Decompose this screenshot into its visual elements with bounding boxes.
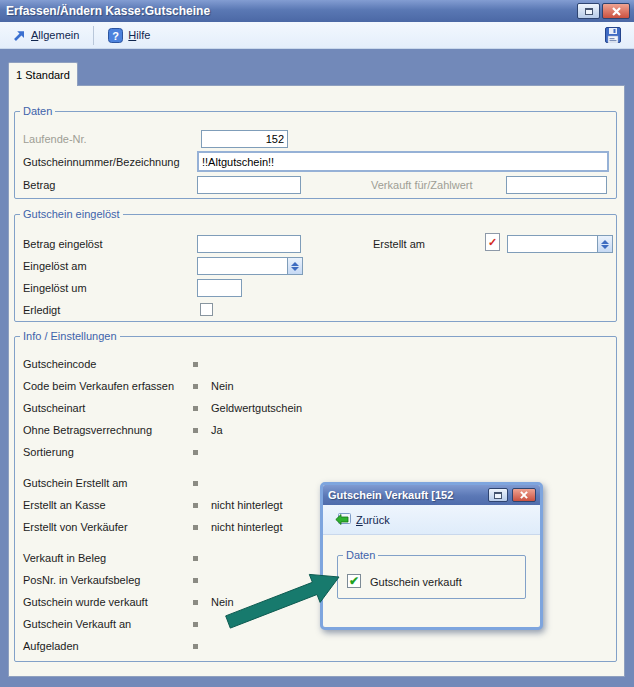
laufende-nr-input[interactable] <box>201 130 288 148</box>
eingeloest-um-label: Eingelöst um <box>23 282 87 294</box>
close-icon <box>612 7 621 16</box>
bullet-icon <box>193 600 198 605</box>
eingeloest-am-date-field[interactable] <box>197 257 287 275</box>
floppy-disk-icon <box>605 27 622 43</box>
erledigt-label: Erledigt <box>23 304 60 316</box>
close-button[interactable] <box>602 3 630 19</box>
hilfe-label: Hilfe <box>128 29 150 41</box>
gutscheinnummer-label: Gutscheinnummer/Bezeichnung <box>23 156 180 168</box>
bullet-icon <box>193 525 198 530</box>
info-row-value: Nein <box>211 596 234 608</box>
allgemein-label: Allgemein <box>31 29 79 41</box>
info-row-value: Nein <box>211 380 234 392</box>
tab-standard[interactable]: 1 Standard <box>8 62 78 86</box>
bullet-icon <box>193 644 198 649</box>
gutschein-verkauft-checkbox[interactable]: ✔ <box>347 574 361 588</box>
bullet-icon <box>193 481 198 486</box>
betrag-eingeloest-input[interactable] <box>197 235 301 253</box>
info-row-label: Gutschein wurde verkauft <box>23 596 193 608</box>
save-button[interactable] <box>602 25 625 45</box>
check-icon: ✔ <box>349 575 359 587</box>
zurueck-button[interactable]: Zurück <box>332 511 393 529</box>
bullet-icon <box>193 406 198 411</box>
erstellt-am-label: Erstellt am <box>373 238 425 250</box>
info-row: Code beim Verkaufen erfassenNein <box>23 378 616 394</box>
bullet-icon <box>193 362 198 367</box>
popup-gutschein-verkauft: Gutschein Verkauft [152 Zurück Daten ✔ <box>320 482 543 630</box>
erstellt-am-spinner[interactable] <box>597 235 613 253</box>
info-row: GutscheinartGeldwertgutschein <box>23 400 616 416</box>
info-row: Gutscheincode <box>23 356 616 372</box>
info-row-label: Erstellt an Kasse <box>23 499 193 511</box>
popup-toolbar: Zurück <box>323 505 540 535</box>
betrag-label: Betrag <box>23 179 55 191</box>
info-row-value: Ja <box>211 424 223 436</box>
info-row-value: nicht hinterlegt <box>211 499 283 511</box>
eingeloest-am-label: Eingelöst am <box>23 260 87 272</box>
popup-group-daten: Daten ✔ Gutschein verkauft <box>337 549 526 599</box>
laufende-nr-label: Laufende-Nr. <box>23 133 87 145</box>
info-row-label: Gutscheinart <box>23 402 193 414</box>
gutscheinnummer-input[interactable] <box>197 151 609 172</box>
erledigt-checkbox[interactable] <box>200 303 213 316</box>
document-red-check-icon[interactable]: ✓ <box>485 233 500 251</box>
group-daten-legend: Daten <box>20 105 55 117</box>
bullet-icon <box>193 450 198 455</box>
eingeloest-am-date-input[interactable] <box>197 257 303 275</box>
bullet-icon <box>193 384 198 389</box>
popup-title: Gutschein Verkauft [152 <box>328 489 453 501</box>
titlebar: Erfassen/Ändern Kasse:Gutscheine <box>0 0 634 22</box>
info-row-label: Gutschein Erstellt am <box>23 477 193 489</box>
main-toolbar: Allgemein ? Hilfe <box>0 22 634 49</box>
erstellt-am-date-input[interactable] <box>507 235 613 253</box>
betrag-input[interactable] <box>197 176 301 194</box>
bullet-icon <box>193 622 198 627</box>
verkauft-fuer-input[interactable] <box>506 176 607 194</box>
popup-restore-icon <box>494 492 502 499</box>
svg-text:?: ? <box>112 29 119 41</box>
restore-icon <box>585 8 593 15</box>
question-mark-icon: ? <box>108 28 123 43</box>
info-row-label: Aufgeladen <box>23 640 193 652</box>
info-row: Sortierung <box>23 444 616 460</box>
toolbar-separator <box>93 26 94 45</box>
group-eingeloest-legend: Gutschein eingelöst <box>20 208 123 220</box>
info-row-label: Verkauft in Beleg <box>23 552 193 564</box>
popup-close-button[interactable] <box>512 488 536 502</box>
bullet-icon <box>193 428 198 433</box>
group-daten: Daten Laufende-Nr. Gutscheinnummer/Bezei… <box>14 105 617 199</box>
group-info-legend: Info / Einstellungen <box>20 330 120 342</box>
hilfe-button[interactable]: ? Hilfe <box>105 26 153 45</box>
back-arrow-icon <box>335 513 351 527</box>
info-row-label: Code beim Verkaufen erfassen <box>23 380 193 392</box>
main-window: Erfassen/Ändern Kasse:Gutscheine Allgeme… <box>0 0 634 687</box>
erstellt-am-date-field[interactable] <box>507 235 597 253</box>
info-row-label: PosNr. in Verkaufsbeleg <box>23 574 193 586</box>
gutschein-verkauft-label: Gutschein verkauft <box>370 576 462 588</box>
tab-standard-label: 1 Standard <box>16 69 70 81</box>
verkauft-fuer-label: Verkauft für/Zahlwert <box>371 179 473 191</box>
info-row-label: Erstellt von Verkäufer <box>23 521 193 533</box>
eingeloest-am-spinner[interactable] <box>287 257 303 275</box>
info-row-label: Gutscheincode <box>23 358 193 370</box>
popup-restore-button[interactable] <box>488 488 508 502</box>
allgemein-button[interactable]: Allgemein <box>9 27 82 44</box>
window-title: Erfassen/Ändern Kasse:Gutscheine <box>6 4 210 18</box>
info-row-label: Ohne Betragsverrechnung <box>23 424 193 436</box>
restore-button[interactable] <box>577 3 600 19</box>
eingeloest-um-input[interactable] <box>197 279 242 297</box>
bullet-icon <box>193 556 198 561</box>
bullet-icon <box>193 503 198 508</box>
zurueck-label: Zurück <box>356 514 390 526</box>
info-row: Aufgeladen <box>23 638 616 654</box>
betrag-eingeloest-label: Betrag eingelöst <box>23 238 103 250</box>
info-row-label: Sortierung <box>23 446 193 458</box>
bullet-icon <box>193 578 198 583</box>
popup-close-icon <box>520 491 528 499</box>
info-row-value: Geldwertgutschein <box>211 402 302 414</box>
info-row-value: nicht hinterlegt <box>211 521 283 533</box>
info-row-label: Gutschein Verkauft an <box>23 618 193 630</box>
group-eingeloest: Gutschein eingelöst Betrag eingelöst Ers… <box>14 208 617 322</box>
popup-group-daten-legend: Daten <box>343 549 378 561</box>
info-row: Ohne BetragsverrechnungJa <box>23 422 616 438</box>
